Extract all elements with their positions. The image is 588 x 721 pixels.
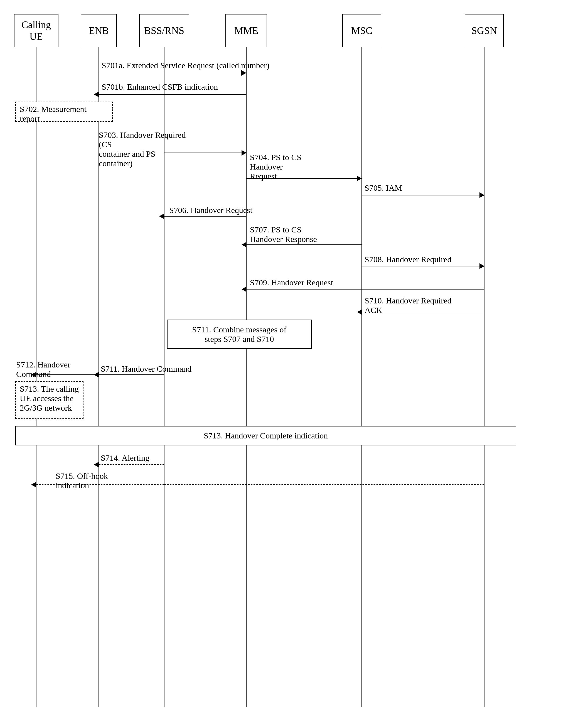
label-s709: S709. Handover Request [250, 278, 333, 287]
arrow-s714 [99, 464, 164, 465]
arrow-s709 [247, 289, 484, 289]
lifeline-msc [361, 47, 362, 707]
arrow-s708 [362, 266, 484, 266]
arrowhead-s715 [31, 482, 36, 488]
arrow-s705 [362, 195, 484, 195]
label-s711-cmd: S711. Handover Command [101, 364, 191, 374]
s713-note-box: S713. The callingUE accesses the2G/3G ne… [15, 382, 83, 419]
arrow-s701b [99, 94, 246, 95]
label-s715: S715. Off-hookindication [56, 471, 108, 490]
s711-combine-box: S711. Combine messages ofsteps S707 and … [167, 320, 312, 349]
sequence-diagram: CallingUE ENB BSS/RNS MME MSC SGSN S701a… [0, 0, 588, 721]
arrowhead-s711-cmd [94, 372, 99, 377]
arrowhead-s709 [241, 286, 247, 292]
arrow-s707 [247, 244, 362, 245]
label-s710: S710. Handover RequiredACK [364, 296, 451, 315]
arrowhead-s701b [94, 91, 99, 97]
s702-dashed-box: S702. Measurement report [15, 102, 113, 122]
label-s707: S707. PS to CSHandover Response [250, 225, 317, 244]
label-s703: S703. Handover Required (CScontainer and… [99, 130, 188, 168]
arrowhead-s707 [241, 242, 247, 247]
s713-complete-box: S713. Handover Complete indication [15, 426, 516, 446]
arrow-s706 [164, 216, 247, 217]
arrow-s701a [99, 73, 246, 73]
entity-msc: MSC [342, 14, 381, 47]
arrowhead-s703 [241, 150, 247, 156]
arrowhead-s701a [241, 70, 246, 76]
arrow-s711-cmd [99, 374, 164, 375]
entity-enb: ENB [81, 14, 117, 47]
arrowhead-s705 [480, 192, 484, 198]
label-s701a: S701a. Extended Service Request (called … [102, 61, 269, 70]
label-s701b: S701b. Enhanced CSFB indication [102, 82, 218, 91]
entity-calling-ue: CallingUE [14, 14, 59, 47]
arrow-s715-right [164, 485, 484, 485]
entity-bss-rns: BSS/RNS [139, 14, 189, 47]
lifeline-mme [246, 47, 247, 707]
arrowhead-s708 [480, 263, 484, 269]
label-s706: S706. Handover Request [169, 205, 252, 215]
entity-sgsn: SGSN [465, 14, 504, 47]
arrowhead-s706 [159, 213, 164, 219]
entity-mme: MME [225, 14, 267, 47]
label-s704: S704. PS to CSHandoverRequest [250, 152, 301, 181]
lifeline-sgsn [484, 47, 484, 707]
label-s712: S712. HandoverCommand [16, 360, 70, 379]
arrowhead-s710 [357, 309, 362, 315]
arrowhead-s714 [94, 462, 99, 468]
label-s708: S708. Handover Required [364, 255, 451, 264]
label-s714: S714. Alerting [101, 453, 149, 463]
label-s705: S705. IAM [364, 183, 402, 193]
arrowhead-s704 [357, 176, 362, 181]
